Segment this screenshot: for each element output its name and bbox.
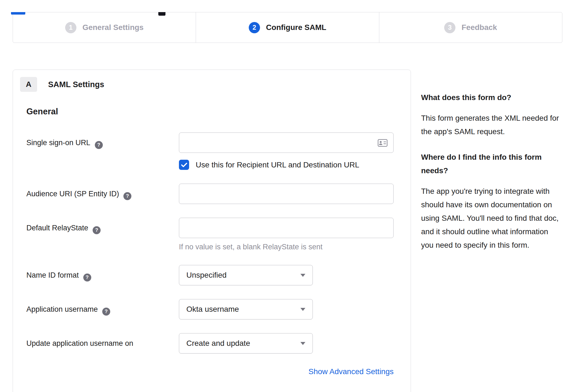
form-row-update-application-username: Update application username on Create an… [26, 333, 394, 354]
audience-uri-control [179, 184, 394, 204]
step-label-feedback: Feedback [461, 23, 497, 32]
update-application-username-label-cell: Update application username on [26, 333, 179, 354]
update-application-username-control: Create and update [179, 333, 394, 354]
sso-url-input[interactable] [179, 132, 394, 153]
step-configure-saml[interactable]: 2 Configure SAML [196, 12, 379, 43]
help-sidebar: What does this form do? This form genera… [421, 70, 563, 264]
audience-uri-label-cell: Audience URI (SP Entity ID)? [26, 184, 179, 204]
update-application-username-select[interactable]: Create and update [179, 333, 313, 354]
application-username-value: Okta username [186, 305, 239, 314]
default-relaystate-label-cell: Default RelayState? [26, 218, 179, 251]
step-label-configure-saml: Configure SAML [266, 23, 326, 32]
step-feedback[interactable]: 3 Feedback [379, 12, 562, 43]
group-title-general: General [26, 107, 394, 117]
audience-uri-input[interactable] [179, 184, 394, 204]
recipient-url-checkbox-row: Use this for Recipient URL and Destinati… [179, 160, 394, 170]
form-row-application-username: Application username? Okta username [26, 299, 394, 319]
form-row-name-id-format: Name ID format? Unspecified [26, 265, 394, 285]
help-icon[interactable]: ? [83, 274, 91, 281]
help-icon[interactable]: ? [95, 141, 103, 149]
application-username-select[interactable]: Okta username [179, 299, 313, 319]
default-relaystate-control: If no value is set, a blank RelayState i… [179, 218, 394, 251]
default-relaystate-hint: If no value is set, a blank RelayState i… [179, 243, 394, 251]
step-label-general-settings: General Settings [82, 23, 144, 32]
wizard-stepper: 1 General Settings 2 Configure SAML 3 Fe… [13, 12, 562, 43]
audience-uri-label: Audience URI (SP Entity ID) [26, 190, 119, 198]
sidebar-heading-what: What does this form do? [421, 91, 563, 104]
update-application-username-label: Update application username on [26, 339, 133, 347]
card-header: A SAML Settings [20, 77, 394, 92]
form-row-sso-url: Single sign-on URL? [26, 132, 394, 170]
sidebar-heading-where: Where do I find the info this form needs… [421, 150, 563, 177]
sidebar-body-what: This form generates the XML needed for t… [421, 111, 563, 138]
page: 1 General Settings 2 Configure SAML 3 Fe… [0, 12, 575, 392]
application-username-label: Application username [26, 305, 98, 313]
name-id-format-control: Unspecified [179, 265, 394, 285]
name-id-format-label: Name ID format [26, 271, 79, 279]
update-application-username-value: Create and update [186, 339, 250, 348]
step-number-badge: 1 [65, 22, 76, 33]
application-username-control: Okta username [179, 299, 394, 319]
chevron-down-icon [300, 308, 305, 311]
recipient-url-checkbox-label: Use this for Recipient URL and Destinati… [196, 161, 359, 169]
section-badge: A [20, 77, 37, 92]
sso-url-label-cell: Single sign-on URL? [26, 132, 179, 170]
default-relaystate-label: Default RelayState [26, 224, 88, 232]
name-id-format-value: Unspecified [186, 271, 226, 280]
form-row-default-relaystate: Default RelayState? If no value is set, … [26, 218, 394, 251]
sso-url-input-wrap [179, 132, 394, 153]
chevron-down-icon [300, 274, 305, 277]
default-relaystate-input[interactable] [179, 218, 394, 238]
sidebar-body-where: The app you're trying to integrate with … [421, 184, 563, 252]
content-area: A SAML Settings General Single sign-on U… [13, 70, 562, 392]
show-advanced-settings-link[interactable]: Show Advanced Settings [308, 367, 394, 376]
cropped-header-fragment-blue [11, 12, 25, 15]
sso-url-label: Single sign-on URL [26, 139, 90, 147]
saml-settings-card: A SAML Settings General Single sign-on U… [13, 70, 411, 392]
application-username-label-cell: Application username? [26, 299, 179, 319]
advanced-settings-row: Show Advanced Settings [26, 367, 394, 376]
name-id-format-select[interactable]: Unspecified [179, 265, 313, 285]
help-icon[interactable]: ? [102, 308, 110, 316]
section-title: SAML Settings [48, 80, 104, 89]
sso-url-control: Use this for Recipient URL and Destinati… [179, 132, 394, 170]
recipient-url-checkbox[interactable] [179, 160, 189, 170]
form-row-audience-uri: Audience URI (SP Entity ID)? [26, 184, 394, 204]
name-id-format-label-cell: Name ID format? [26, 265, 179, 285]
step-number-badge: 2 [249, 22, 260, 33]
chevron-down-icon [300, 342, 305, 345]
saml-settings-form: General Single sign-on URL? [26, 107, 394, 376]
contact-card-icon[interactable] [378, 139, 388, 148]
step-general-settings[interactable]: 1 General Settings [13, 12, 196, 43]
cropped-header-fragment-dark [158, 12, 165, 16]
step-number-badge: 3 [444, 22, 455, 33]
help-icon[interactable]: ? [93, 226, 101, 234]
help-icon[interactable]: ? [123, 192, 131, 200]
